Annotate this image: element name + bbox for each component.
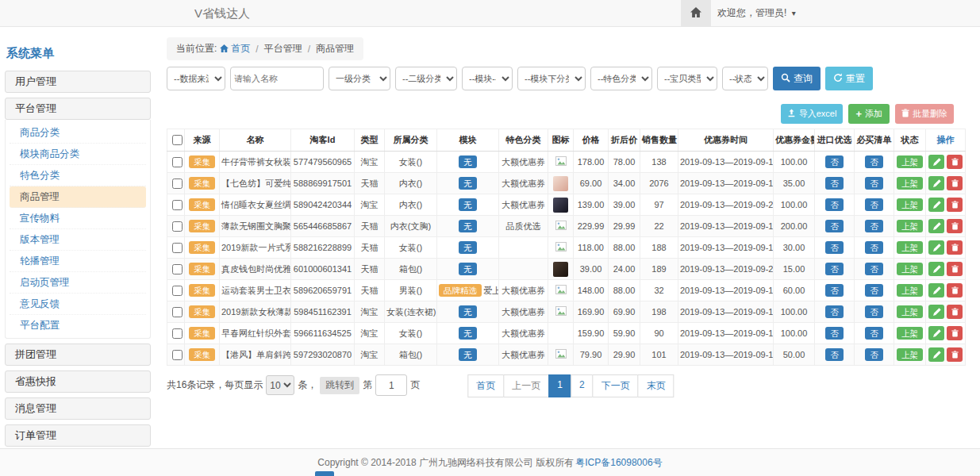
sidebar-item[interactable]: 宣传物料 [10, 208, 146, 229]
edit-button[interactable] [928, 155, 944, 169]
row-checkbox[interactable] [172, 286, 183, 296]
row-checkbox[interactable] [172, 328, 183, 339]
level1-category-select[interactable]: 一级分类 [329, 67, 390, 90]
module-select[interactable]: --模块-- [462, 67, 513, 90]
sidebar-item[interactable]: 商品管理 [10, 186, 146, 208]
page-button[interactable]: 首页 [467, 374, 504, 397]
edit-button[interactable] [928, 305, 944, 319]
sidebar-item[interactable]: 平台配置 [10, 315, 146, 336]
row-checkbox[interactable] [172, 350, 183, 360]
import-select-toggle[interactable]: 否 [825, 155, 844, 169]
delete-button[interactable] [947, 283, 963, 298]
status-button[interactable]: 上架 [897, 284, 923, 298]
row-checkbox[interactable] [172, 178, 183, 189]
import-select-toggle[interactable]: 否 [825, 177, 844, 190]
page-button[interactable]: 2 [571, 374, 594, 397]
delete-button[interactable] [947, 262, 963, 276]
add-button[interactable]: + 添加 [848, 104, 890, 124]
sidebar-item[interactable]: 启动页管理 [10, 272, 146, 294]
status-button[interactable]: 上架 [897, 177, 923, 190]
delete-button[interactable] [947, 198, 963, 212]
sidebar-item[interactable]: 轮播管理 [10, 251, 146, 272]
must-buy-toggle[interactable]: 否 [865, 305, 883, 319]
must-buy-toggle[interactable]: 否 [865, 327, 883, 340]
name-input[interactable] [230, 67, 324, 90]
per-page-select[interactable]: 10 [266, 375, 294, 395]
sidebar-section[interactable]: 订单管理 [5, 424, 151, 447]
item-type-select[interactable]: --宝贝类型-- [657, 67, 717, 90]
batch-delete-button[interactable]: 批量删除 [895, 104, 954, 124]
edit-button[interactable] [928, 262, 944, 276]
delete-button[interactable] [947, 176, 963, 190]
search-button[interactable]: 查询 [773, 67, 821, 90]
sidebar-item[interactable]: 模块商品分类 [10, 144, 146, 165]
status-button[interactable]: 上架 [897, 241, 923, 255]
edit-button[interactable] [928, 198, 944, 212]
import-select-toggle[interactable]: 否 [825, 241, 844, 255]
sidebar-section[interactable]: 用户管理 [5, 71, 151, 93]
delete-button[interactable] [947, 219, 963, 233]
page-button[interactable]: 上一页 [503, 374, 549, 397]
feature-category-select[interactable]: --特色分类-- [590, 67, 652, 90]
edit-button[interactable] [928, 240, 944, 255]
jump-button[interactable]: 跳转到 [320, 377, 359, 394]
sidebar-section[interactable]: 消息管理 [5, 397, 151, 420]
edit-button[interactable] [928, 283, 944, 298]
jump-page-input[interactable] [375, 374, 407, 396]
must-buy-toggle[interactable]: 否 [865, 263, 883, 276]
level2-category-select[interactable]: --二级分类-- [395, 67, 457, 90]
edit-button[interactable] [928, 326, 944, 340]
status-button[interactable]: 上架 [897, 263, 923, 276]
sidebar-item[interactable]: 意见反馈 [10, 294, 146, 315]
sidebar-section[interactable]: 拼团管理 [5, 344, 151, 366]
must-buy-toggle[interactable]: 否 [865, 155, 883, 169]
row-checkbox[interactable] [172, 264, 183, 274]
sidebar-item[interactable]: 版本管理 [10, 229, 146, 251]
must-buy-toggle[interactable]: 否 [865, 241, 883, 255]
must-buy-toggle[interactable]: 否 [865, 348, 883, 362]
status-button[interactable]: 上架 [897, 305, 923, 319]
edit-button[interactable] [928, 347, 944, 362]
must-buy-toggle[interactable]: 否 [865, 220, 883, 233]
delete-button[interactable] [947, 155, 963, 169]
delete-button[interactable] [947, 326, 963, 340]
data-source-select[interactable]: --数据来源-- [167, 67, 225, 90]
edit-button[interactable] [928, 219, 944, 233]
icp-link[interactable]: 粤ICP备16098006号 [575, 456, 662, 470]
sidebar-section[interactable]: 省惠快报 [5, 370, 151, 393]
sidebar-item[interactable]: 商品分类 [10, 122, 146, 144]
status-button[interactable]: 上架 [897, 327, 923, 340]
import-select-toggle[interactable]: 否 [825, 348, 844, 362]
import-select-toggle[interactable]: 否 [825, 220, 844, 233]
delete-button[interactable] [947, 347, 963, 362]
row-checkbox[interactable] [172, 200, 183, 210]
import-select-toggle[interactable]: 否 [825, 327, 844, 340]
must-buy-toggle[interactable]: 否 [865, 177, 883, 190]
page-button[interactable]: 1 [548, 374, 571, 397]
must-buy-toggle[interactable]: 否 [865, 198, 883, 212]
sidebar-section[interactable]: 平台管理 [5, 98, 151, 120]
import-select-toggle[interactable]: 否 [825, 284, 844, 298]
delete-button[interactable] [947, 240, 963, 255]
status-button[interactable]: 上架 [897, 348, 923, 362]
user-menu[interactable]: 欢迎您，管理员! ▾ [717, 0, 796, 26]
import-excel-button[interactable]: 导入excel [781, 104, 844, 124]
navbar-home-button[interactable] [681, 0, 711, 26]
row-checkbox[interactable] [172, 307, 183, 317]
row-checkbox[interactable] [172, 221, 183, 232]
module-subcategory-select[interactable]: --模块下分类-- [517, 67, 586, 90]
edit-button[interactable] [928, 176, 944, 190]
import-select-toggle[interactable]: 否 [825, 263, 844, 276]
import-select-toggle[interactable]: 否 [825, 305, 844, 319]
row-checkbox[interactable] [172, 157, 183, 167]
delete-button[interactable] [947, 305, 963, 319]
sidebar-item[interactable]: 特色分类 [10, 165, 146, 186]
status-button[interactable]: 上架 [897, 220, 923, 233]
must-buy-toggle[interactable]: 否 [865, 284, 883, 298]
status-button[interactable]: 上架 [897, 198, 923, 212]
page-button[interactable]: 末页 [638, 374, 674, 397]
reset-button[interactable]: 重置 [825, 67, 873, 90]
row-checkbox[interactable] [172, 243, 183, 253]
page-button[interactable]: 下一页 [593, 374, 639, 397]
select-all-checkbox[interactable] [172, 135, 183, 145]
